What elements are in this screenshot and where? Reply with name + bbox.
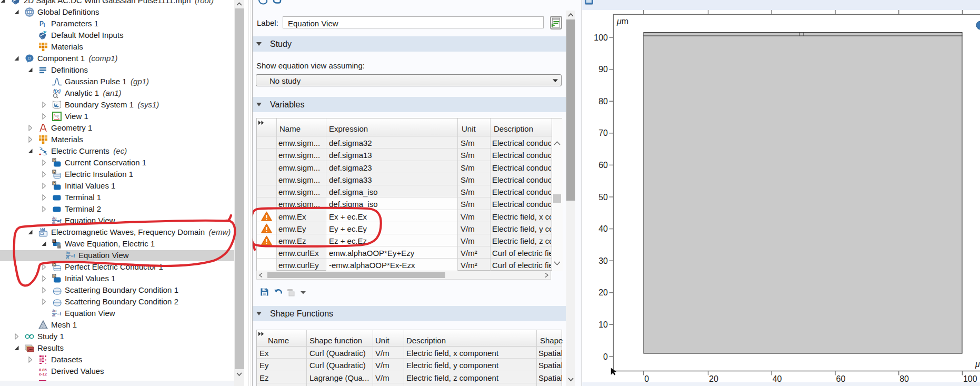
svg-text:0: 0 [644,374,649,383]
svg-text:40: 40 [773,374,782,383]
svg-text:20: 20 [598,288,608,297]
svg-text:60: 60 [598,161,608,170]
svg-text:μ: μ [975,360,980,369]
svg-text:40: 40 [598,224,608,233]
svg-text:90: 90 [598,65,608,74]
svg-text:20: 20 [709,374,718,383]
svg-text:70: 70 [598,128,608,137]
svg-text:80: 80 [598,97,608,106]
svg-text:0: 0 [603,352,608,361]
svg-text:30: 30 [598,256,608,265]
svg-text:10: 10 [598,320,608,329]
svg-text:60: 60 [836,374,846,383]
svg-text:100: 100 [594,33,608,42]
svg-text:50: 50 [598,193,608,202]
svg-text:μm: μm [616,17,628,26]
svg-text:100: 100 [963,374,977,383]
svg-text:80: 80 [899,374,909,383]
